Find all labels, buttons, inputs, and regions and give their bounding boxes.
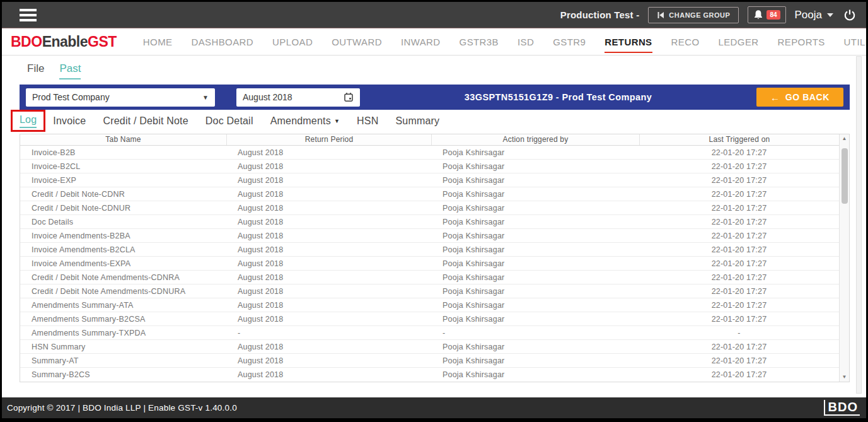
hamburger-menu-button[interactable] xyxy=(20,9,37,21)
period-value: August 2018 xyxy=(243,92,292,102)
table-row[interactable]: Amendments Summary-B2CSAAugust 2018Pooja… xyxy=(20,312,839,326)
cell: Amendments Summary-TXPDA xyxy=(20,329,226,337)
section-tab-doc-detail[interactable]: Doc Detail xyxy=(205,115,253,129)
table-row[interactable]: Doc DetailsAugust 2018Pooja Kshirsagar22… xyxy=(20,215,839,229)
go-back-button[interactable]: ← GO BACK xyxy=(756,88,843,107)
cell: 22-01-20 17:27 xyxy=(639,190,839,199)
table-row[interactable]: Amendments Summary-ATAAugust 2018Pooja K… xyxy=(20,298,839,312)
cell: Credit / Debit Note-CDNR xyxy=(20,190,226,199)
window-scrollbar[interactable] xyxy=(856,56,862,394)
cell: Pooja Kshirsagar xyxy=(431,301,639,310)
nav-menu: HOMEDASHBOARDUPLOADOUTWARDINWARDGSTR3BIS… xyxy=(143,37,868,47)
table-row[interactable]: Invoice-EXPAugust 2018Pooja Kshirsagar22… xyxy=(20,173,839,187)
scroll-down-icon[interactable]: ▼ xyxy=(842,373,847,382)
column-header-return-period: Return Period xyxy=(226,134,431,145)
view-tab-file[interactable]: File xyxy=(27,62,44,78)
cell: Invoice Amendments-B2CLA xyxy=(20,245,226,254)
cell: August 2018 xyxy=(226,232,431,240)
chevron-down-icon: ▼ xyxy=(202,94,209,101)
nav-item-home[interactable]: HOME xyxy=(143,37,173,47)
company-select[interactable]: Prod Test Company ▼ xyxy=(26,88,215,107)
cell: Pooja Kshirsagar xyxy=(431,315,639,324)
cell: Amendments Summary-ATA xyxy=(20,301,226,310)
cell: 22-01-20 17:27 xyxy=(639,370,839,379)
section-tab-summary[interactable]: Summary xyxy=(395,115,439,129)
period-datepicker[interactable]: August 2018 xyxy=(236,88,360,107)
change-group-button[interactable]: CHANGE GROUP xyxy=(648,7,739,23)
cell: Pooja Kshirsagar xyxy=(431,204,639,213)
section-tabs: LogInvoiceCredit / Debit NoteDoc DetailA… xyxy=(20,110,866,134)
section-tab-invoice[interactable]: Invoice xyxy=(53,115,86,129)
cell: August 2018 xyxy=(226,259,431,268)
scrollbar-thumb[interactable] xyxy=(842,148,848,204)
cell: Invoice Amendments-B2BA xyxy=(20,232,226,240)
cell: 22-01-20 17:27 xyxy=(639,148,839,157)
cell: 22-01-20 17:27 xyxy=(639,356,839,365)
nav-item-reports[interactable]: REPORTS xyxy=(778,37,825,47)
nav-item-reco[interactable]: RECO xyxy=(671,37,700,47)
nav-item-isd[interactable]: ISD xyxy=(518,37,534,47)
cell: Credit / Debit Note-CDNUR xyxy=(20,204,226,213)
chevron-down-icon: ▼ xyxy=(334,118,340,124)
bdo-footer-logo: BDO xyxy=(824,400,860,416)
calendar-icon xyxy=(344,92,354,102)
cell: - xyxy=(431,329,639,337)
cell: - xyxy=(226,329,431,337)
app-logo: BDOEnableGST xyxy=(11,33,117,50)
cell: Pooja Kshirsagar xyxy=(431,232,639,240)
cell: Credit / Debit Note Amendments-CDNURA xyxy=(20,287,226,296)
cell: Pooja Kshirsagar xyxy=(431,259,639,268)
nav-item-gstr9[interactable]: GSTR9 xyxy=(553,37,586,47)
table-row[interactable]: Credit / Debit Note Amendments-CDNURAAug… xyxy=(20,284,839,298)
section-tab-hsn[interactable]: HSN xyxy=(357,115,378,129)
table-row[interactable]: Invoice-B2BAugust 2018Pooja Kshirsagar22… xyxy=(20,146,839,160)
table-row[interactable]: Amendments Summary-TXPDA--- xyxy=(20,326,839,340)
section-tab-log[interactable]: Log xyxy=(20,114,37,127)
section-tab-amendments[interactable]: Amendments▼ xyxy=(270,115,340,129)
view-tab-past[interactable]: Past xyxy=(59,62,81,78)
section-tab-credit-debit-note[interactable]: Credit / Debit Note xyxy=(103,115,188,129)
nav-item-gstr3b[interactable]: GSTR3B xyxy=(460,37,499,47)
cell: August 2018 xyxy=(226,343,431,351)
table-row[interactable]: Credit / Debit Note-CDNURAugust 2018Pooj… xyxy=(20,201,839,215)
table-row[interactable]: Summary-ATAugust 2018Pooja Kshirsagar22-… xyxy=(20,354,839,368)
copyright-text: Copyright © 2017 | BDO India LLP | Enabl… xyxy=(7,403,237,413)
table-row[interactable]: Summary-B2CSAugust 2018Pooja Kshirsagar2… xyxy=(20,368,839,382)
filter-bar: Prod Test Company ▼ August 2018 33GSPTN5… xyxy=(20,85,850,110)
cell: 22-01-20 17:27 xyxy=(639,259,839,268)
main-content: FilePast Prod Test Company ▼ August 2018… xyxy=(2,56,866,397)
table-row[interactable]: Invoice Amendments-EXPAAugust 2018Pooja … xyxy=(20,257,839,271)
notifications-button[interactable]: 84 xyxy=(748,6,785,23)
nav-item-outward[interactable]: OUTWARD xyxy=(332,37,382,47)
logout-power-button[interactable] xyxy=(843,9,856,21)
nav-item-utilities[interactable]: UTILITIES▼ xyxy=(844,37,868,47)
footer: Copyright © 2017 | BDO India LLP | Enabl… xyxy=(2,397,866,418)
nav-item-inward[interactable]: INWARD xyxy=(401,37,441,47)
table-body: Invoice-B2BAugust 2018Pooja Kshirsagar22… xyxy=(20,146,839,382)
table-row[interactable]: Invoice Amendments-B2BAAugust 2018Pooja … xyxy=(20,229,839,243)
cell: Invoice-B2CL xyxy=(20,162,226,171)
column-header-action-triggered-by: Action triggered by xyxy=(431,134,639,145)
table-row[interactable]: Invoice Amendments-B2CLAAugust 2018Pooja… xyxy=(20,243,839,257)
table-row[interactable]: Credit / Debit Note Amendments-CDNRAAugu… xyxy=(20,271,839,284)
cell: August 2018 xyxy=(226,245,431,254)
scroll-up-icon[interactable]: ▲ xyxy=(842,134,847,143)
nav-item-returns[interactable]: RETURNS xyxy=(605,37,652,47)
log-table: Tab NameReturn PeriodAction triggered by… xyxy=(20,134,850,382)
cell: 22-01-20 17:27 xyxy=(639,273,839,282)
logo-enable: Enable xyxy=(42,33,88,50)
table-row[interactable]: Credit / Debit Note-CDNRAugust 2018Pooja… xyxy=(20,187,839,201)
nav-item-upload[interactable]: UPLOAD xyxy=(272,37,313,47)
cell: 22-01-20 17:27 xyxy=(639,232,839,240)
cell: Pooja Kshirsagar xyxy=(431,343,639,351)
table-row[interactable]: HSN SummaryAugust 2018Pooja Kshirsagar22… xyxy=(20,340,839,354)
nav-item-ledger[interactable]: LEDGER xyxy=(718,37,758,47)
table-row[interactable]: Invoice-B2CLAugust 2018Pooja Kshirsagar2… xyxy=(20,160,839,173)
user-menu[interactable]: Pooja xyxy=(795,9,833,21)
nav-item-dashboard[interactable]: DASHBOARD xyxy=(191,37,253,47)
logo-bdo: BDO xyxy=(11,33,42,50)
cell: 22-01-20 17:27 xyxy=(639,218,839,226)
cell: HSN Summary xyxy=(20,343,226,351)
cell: Pooja Kshirsagar xyxy=(431,148,639,157)
table-scrollbar[interactable]: ▲ ▼ xyxy=(839,134,849,382)
